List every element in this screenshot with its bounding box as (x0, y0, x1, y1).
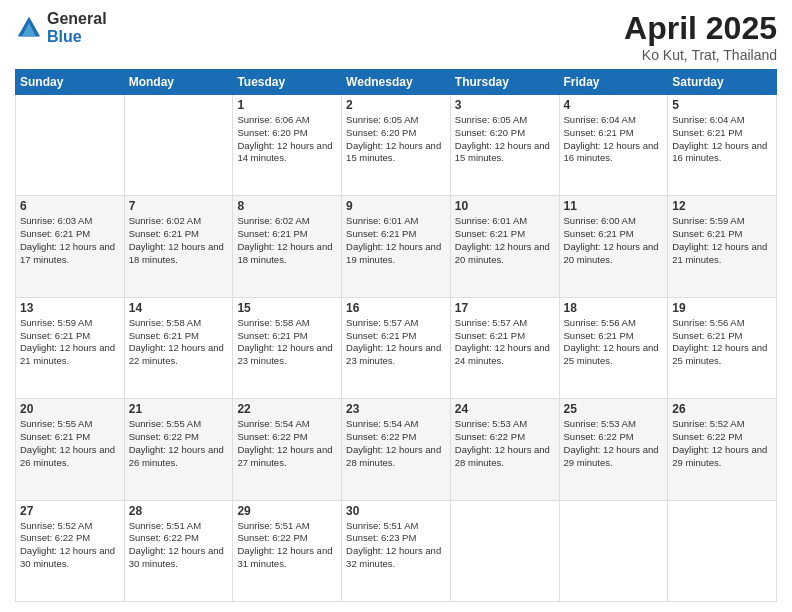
day-detail: Sunrise: 5:51 AM Sunset: 6:22 PM Dayligh… (129, 520, 229, 571)
logo-text: General Blue (47, 10, 107, 45)
calendar-cell: 23Sunrise: 5:54 AM Sunset: 6:22 PM Dayli… (342, 399, 451, 500)
header-monday: Monday (124, 70, 233, 95)
header: General Blue April 2025 Ko Kut, Trat, Th… (15, 10, 777, 63)
calendar-cell: 1Sunrise: 6:06 AM Sunset: 6:20 PM Daylig… (233, 95, 342, 196)
calendar-cell: 13Sunrise: 5:59 AM Sunset: 6:21 PM Dayli… (16, 297, 125, 398)
day-detail: Sunrise: 5:55 AM Sunset: 6:21 PM Dayligh… (20, 418, 120, 469)
day-number: 10 (455, 199, 555, 213)
day-number: 19 (672, 301, 772, 315)
calendar-cell: 19Sunrise: 5:56 AM Sunset: 6:21 PM Dayli… (668, 297, 777, 398)
day-detail: Sunrise: 5:56 AM Sunset: 6:21 PM Dayligh… (564, 317, 664, 368)
day-detail: Sunrise: 5:52 AM Sunset: 6:22 PM Dayligh… (672, 418, 772, 469)
calendar-cell: 14Sunrise: 5:58 AM Sunset: 6:21 PM Dayli… (124, 297, 233, 398)
day-detail: Sunrise: 6:02 AM Sunset: 6:21 PM Dayligh… (237, 215, 337, 266)
day-detail: Sunrise: 5:51 AM Sunset: 6:23 PM Dayligh… (346, 520, 446, 571)
day-number: 2 (346, 98, 446, 112)
calendar-cell (450, 500, 559, 601)
calendar-cell: 11Sunrise: 6:00 AM Sunset: 6:21 PM Dayli… (559, 196, 668, 297)
calendar-cell: 17Sunrise: 5:57 AM Sunset: 6:21 PM Dayli… (450, 297, 559, 398)
day-number: 11 (564, 199, 664, 213)
day-number: 1 (237, 98, 337, 112)
calendar-cell: 21Sunrise: 5:55 AM Sunset: 6:22 PM Dayli… (124, 399, 233, 500)
calendar-cell: 6Sunrise: 6:03 AM Sunset: 6:21 PM Daylig… (16, 196, 125, 297)
day-detail: Sunrise: 6:01 AM Sunset: 6:21 PM Dayligh… (346, 215, 446, 266)
day-detail: Sunrise: 5:53 AM Sunset: 6:22 PM Dayligh… (564, 418, 664, 469)
calendar-table: Sunday Monday Tuesday Wednesday Thursday… (15, 69, 777, 602)
day-number: 18 (564, 301, 664, 315)
calendar-cell: 16Sunrise: 5:57 AM Sunset: 6:21 PM Dayli… (342, 297, 451, 398)
calendar-cell: 15Sunrise: 5:58 AM Sunset: 6:21 PM Dayli… (233, 297, 342, 398)
header-saturday: Saturday (668, 70, 777, 95)
header-friday: Friday (559, 70, 668, 95)
day-detail: Sunrise: 5:58 AM Sunset: 6:21 PM Dayligh… (237, 317, 337, 368)
calendar-cell: 9Sunrise: 6:01 AM Sunset: 6:21 PM Daylig… (342, 196, 451, 297)
day-detail: Sunrise: 6:04 AM Sunset: 6:21 PM Dayligh… (672, 114, 772, 165)
calendar-cell: 12Sunrise: 5:59 AM Sunset: 6:21 PM Dayli… (668, 196, 777, 297)
day-detail: Sunrise: 5:57 AM Sunset: 6:21 PM Dayligh… (346, 317, 446, 368)
day-detail: Sunrise: 5:57 AM Sunset: 6:21 PM Dayligh… (455, 317, 555, 368)
day-number: 9 (346, 199, 446, 213)
day-number: 4 (564, 98, 664, 112)
calendar-cell: 2Sunrise: 6:05 AM Sunset: 6:20 PM Daylig… (342, 95, 451, 196)
calendar-cell: 5Sunrise: 6:04 AM Sunset: 6:21 PM Daylig… (668, 95, 777, 196)
day-number: 16 (346, 301, 446, 315)
calendar-cell (668, 500, 777, 601)
weekday-header-row: Sunday Monday Tuesday Wednesday Thursday… (16, 70, 777, 95)
day-detail: Sunrise: 5:52 AM Sunset: 6:22 PM Dayligh… (20, 520, 120, 571)
header-tuesday: Tuesday (233, 70, 342, 95)
calendar-cell (559, 500, 668, 601)
page: General Blue April 2025 Ko Kut, Trat, Th… (0, 0, 792, 612)
logo-icon (15, 14, 43, 42)
calendar-cell: 25Sunrise: 5:53 AM Sunset: 6:22 PM Dayli… (559, 399, 668, 500)
calendar-location: Ko Kut, Trat, Thailand (624, 47, 777, 63)
calendar-cell: 3Sunrise: 6:05 AM Sunset: 6:20 PM Daylig… (450, 95, 559, 196)
day-detail: Sunrise: 6:05 AM Sunset: 6:20 PM Dayligh… (455, 114, 555, 165)
calendar-cell: 22Sunrise: 5:54 AM Sunset: 6:22 PM Dayli… (233, 399, 342, 500)
header-thursday: Thursday (450, 70, 559, 95)
day-number: 25 (564, 402, 664, 416)
day-detail: Sunrise: 5:51 AM Sunset: 6:22 PM Dayligh… (237, 520, 337, 571)
calendar-title: April 2025 (624, 10, 777, 47)
day-number: 21 (129, 402, 229, 416)
day-number: 8 (237, 199, 337, 213)
calendar-cell: 8Sunrise: 6:02 AM Sunset: 6:21 PM Daylig… (233, 196, 342, 297)
calendar-cell: 24Sunrise: 5:53 AM Sunset: 6:22 PM Dayli… (450, 399, 559, 500)
calendar-cell: 7Sunrise: 6:02 AM Sunset: 6:21 PM Daylig… (124, 196, 233, 297)
day-number: 5 (672, 98, 772, 112)
calendar-cell: 10Sunrise: 6:01 AM Sunset: 6:21 PM Dayli… (450, 196, 559, 297)
calendar-week-5: 27Sunrise: 5:52 AM Sunset: 6:22 PM Dayli… (16, 500, 777, 601)
calendar-cell: 28Sunrise: 5:51 AM Sunset: 6:22 PM Dayli… (124, 500, 233, 601)
day-detail: Sunrise: 5:59 AM Sunset: 6:21 PM Dayligh… (672, 215, 772, 266)
day-number: 24 (455, 402, 555, 416)
day-detail: Sunrise: 5:54 AM Sunset: 6:22 PM Dayligh… (346, 418, 446, 469)
logo: General Blue (15, 10, 107, 45)
day-number: 28 (129, 504, 229, 518)
day-detail: Sunrise: 6:01 AM Sunset: 6:21 PM Dayligh… (455, 215, 555, 266)
day-detail: Sunrise: 6:05 AM Sunset: 6:20 PM Dayligh… (346, 114, 446, 165)
day-number: 30 (346, 504, 446, 518)
day-number: 6 (20, 199, 120, 213)
day-detail: Sunrise: 6:02 AM Sunset: 6:21 PM Dayligh… (129, 215, 229, 266)
calendar-week-2: 6Sunrise: 6:03 AM Sunset: 6:21 PM Daylig… (16, 196, 777, 297)
day-detail: Sunrise: 6:06 AM Sunset: 6:20 PM Dayligh… (237, 114, 337, 165)
day-number: 17 (455, 301, 555, 315)
day-number: 13 (20, 301, 120, 315)
day-number: 3 (455, 98, 555, 112)
day-number: 7 (129, 199, 229, 213)
day-number: 12 (672, 199, 772, 213)
day-detail: Sunrise: 6:03 AM Sunset: 6:21 PM Dayligh… (20, 215, 120, 266)
day-number: 15 (237, 301, 337, 315)
calendar-cell: 26Sunrise: 5:52 AM Sunset: 6:22 PM Dayli… (668, 399, 777, 500)
calendar-cell: 27Sunrise: 5:52 AM Sunset: 6:22 PM Dayli… (16, 500, 125, 601)
day-detail: Sunrise: 5:55 AM Sunset: 6:22 PM Dayligh… (129, 418, 229, 469)
calendar-cell: 30Sunrise: 5:51 AM Sunset: 6:23 PM Dayli… (342, 500, 451, 601)
calendar-cell: 4Sunrise: 6:04 AM Sunset: 6:21 PM Daylig… (559, 95, 668, 196)
day-detail: Sunrise: 6:04 AM Sunset: 6:21 PM Dayligh… (564, 114, 664, 165)
day-number: 23 (346, 402, 446, 416)
day-detail: Sunrise: 5:56 AM Sunset: 6:21 PM Dayligh… (672, 317, 772, 368)
day-detail: Sunrise: 5:54 AM Sunset: 6:22 PM Dayligh… (237, 418, 337, 469)
calendar-cell: 18Sunrise: 5:56 AM Sunset: 6:21 PM Dayli… (559, 297, 668, 398)
logo-general-text: General (47, 10, 107, 28)
day-detail: Sunrise: 5:53 AM Sunset: 6:22 PM Dayligh… (455, 418, 555, 469)
calendar-cell: 20Sunrise: 5:55 AM Sunset: 6:21 PM Dayli… (16, 399, 125, 500)
